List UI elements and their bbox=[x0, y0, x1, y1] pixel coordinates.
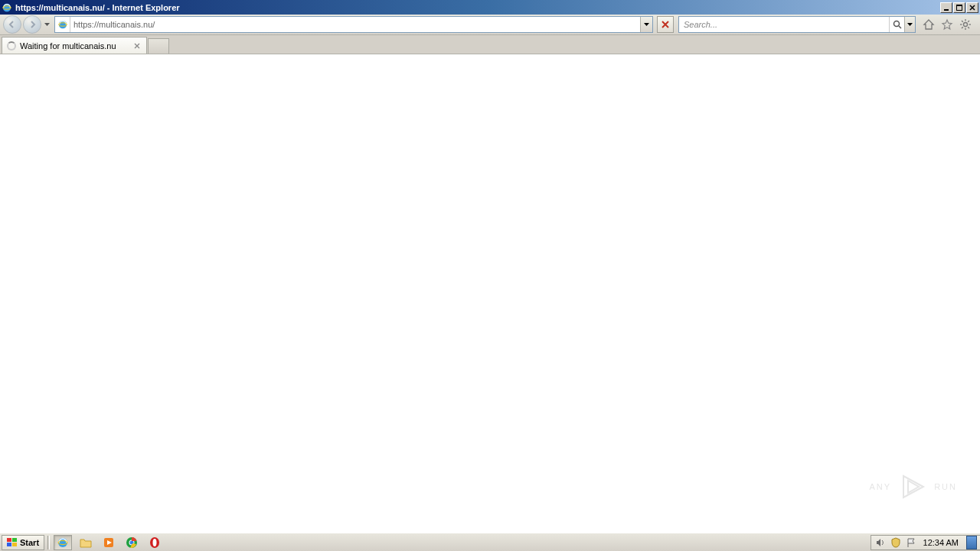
svg-rect-2 bbox=[944, 9, 949, 11]
page-icon bbox=[55, 17, 70, 32]
tray-shield[interactable] bbox=[890, 536, 902, 549]
svg-rect-20 bbox=[7, 543, 11, 546]
browser-tab[interactable]: Waiting for multicanais.nu bbox=[2, 37, 147, 54]
chrome-icon bbox=[126, 536, 138, 549]
stop-icon bbox=[661, 20, 670, 29]
star-icon bbox=[941, 18, 953, 31]
favorites-button[interactable] bbox=[940, 18, 954, 31]
taskbar-item-media[interactable] bbox=[100, 535, 118, 550]
start-label: Start bbox=[20, 538, 39, 547]
page-content: ANY RUN bbox=[0, 54, 980, 533]
svg-point-7 bbox=[893, 21, 899, 27]
svg-line-17 bbox=[962, 27, 963, 28]
svg-point-22 bbox=[58, 538, 67, 547]
svg-point-9 bbox=[964, 23, 968, 27]
tab-strip: Waiting for multicanais.nu bbox=[0, 35, 980, 54]
window-title: https://multicanais.nu/ - Internet Explo… bbox=[15, 3, 940, 12]
home-icon bbox=[923, 18, 935, 31]
gear-icon bbox=[959, 18, 972, 31]
close-button[interactable] bbox=[966, 2, 978, 13]
tools-button[interactable] bbox=[959, 18, 972, 31]
ie-logo-icon bbox=[2, 2, 12, 13]
loading-spinner-icon bbox=[7, 41, 16, 51]
tray-flag[interactable] bbox=[905, 536, 917, 549]
search-icon bbox=[893, 20, 902, 29]
svg-rect-4 bbox=[956, 5, 962, 6]
watermark-right: RUN bbox=[934, 482, 957, 491]
shield-icon bbox=[890, 537, 901, 548]
svg-line-8 bbox=[899, 26, 901, 28]
taskbar-item-opera[interactable] bbox=[145, 535, 164, 550]
folder-icon bbox=[80, 536, 92, 549]
new-tab-button[interactable] bbox=[148, 38, 169, 54]
svg-line-16 bbox=[968, 21, 969, 22]
svg-point-0 bbox=[3, 3, 11, 11]
opera-icon bbox=[149, 536, 161, 549]
show-desktop-button[interactable] bbox=[966, 536, 977, 549]
media-player-icon bbox=[103, 536, 115, 549]
stop-reload-button[interactable] bbox=[657, 16, 674, 33]
start-button[interactable]: Start bbox=[2, 535, 44, 550]
url-input[interactable] bbox=[70, 20, 640, 29]
svg-line-14 bbox=[962, 21, 963, 22]
svg-rect-19 bbox=[12, 538, 17, 542]
address-bar bbox=[54, 16, 653, 33]
window-title-bar: https://multicanais.nu/ - Internet Explo… bbox=[0, 0, 980, 15]
taskbar: Start 12:34 AM bbox=[0, 533, 980, 551]
maximize-button[interactable] bbox=[953, 2, 965, 13]
ie-icon bbox=[57, 536, 69, 549]
svg-rect-18 bbox=[7, 538, 11, 542]
windows-flag-icon bbox=[7, 538, 18, 547]
search-provider-dropdown[interactable] bbox=[904, 17, 915, 32]
svg-rect-21 bbox=[12, 543, 17, 546]
taskbar-item-ie[interactable] bbox=[54, 535, 72, 550]
system-tray: 12:34 AM bbox=[871, 535, 980, 550]
tray-volume[interactable] bbox=[874, 536, 887, 549]
watermark-left: ANY bbox=[870, 482, 892, 491]
nav-history-dropdown[interactable] bbox=[43, 23, 51, 26]
back-button[interactable] bbox=[3, 15, 21, 34]
play-icon bbox=[897, 471, 928, 502]
svg-point-29 bbox=[153, 539, 157, 546]
volume-icon bbox=[875, 537, 886, 548]
minimize-button[interactable] bbox=[940, 2, 952, 13]
tab-label: Waiting for multicanais.nu bbox=[20, 41, 129, 51]
watermark: ANY RUN bbox=[870, 471, 957, 502]
search-bar bbox=[678, 16, 916, 33]
ie-page-icon bbox=[57, 19, 68, 30]
forward-button[interactable] bbox=[23, 15, 41, 34]
address-dropdown[interactable] bbox=[640, 17, 652, 32]
search-button[interactable] bbox=[889, 17, 904, 32]
taskbar-item-explorer[interactable] bbox=[77, 535, 95, 550]
navigation-toolbar bbox=[0, 15, 980, 35]
taskbar-item-chrome[interactable] bbox=[122, 535, 141, 550]
svg-line-15 bbox=[968, 27, 969, 28]
tray-clock[interactable]: 12:34 AM bbox=[920, 538, 962, 547]
tab-close-button[interactable] bbox=[132, 41, 142, 51]
search-input[interactable] bbox=[679, 20, 889, 29]
flag-icon bbox=[906, 537, 916, 548]
home-button[interactable] bbox=[922, 18, 936, 31]
taskbar-separator bbox=[47, 536, 50, 549]
svg-point-5 bbox=[58, 21, 67, 29]
